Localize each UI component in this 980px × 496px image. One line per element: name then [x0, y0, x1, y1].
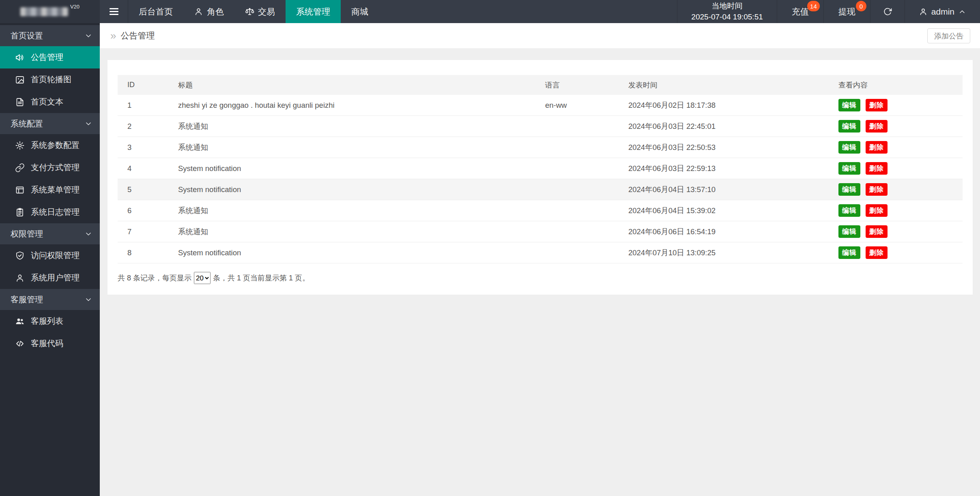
nav-item-system[interactable]: 系统管理	[286, 0, 341, 23]
row-actions: 编辑删除	[829, 137, 963, 158]
sidebar-item-cs-list[interactable]: 客服列表	[0, 310, 100, 332]
sidebar-item-announcements[interactable]: 公告管理	[0, 46, 100, 68]
page-size-select[interactable]: 20	[194, 272, 211, 284]
table-row: 7系统通知2024年06月06日 16:54:19编辑删除	[118, 221, 963, 242]
sidebar-group-customer-service[interactable]: 客服管理	[0, 289, 100, 310]
row-time: 2024年06月03日 22:59:13	[619, 158, 829, 179]
row-id: 7	[118, 221, 168, 242]
sidebar-item-system-params[interactable]: 系统参数配置	[0, 134, 100, 156]
breadcrumb-bar: » 公告管理 添加公告	[100, 23, 980, 48]
nav-item-label: 交易	[258, 6, 275, 17]
nav-item-label: 角色	[207, 6, 224, 17]
sidebar-item-payment-methods[interactable]: 支付方式管理	[0, 156, 100, 179]
table-row: 1zheshi yi ze gonggao . houtai keyi guan…	[118, 95, 963, 116]
sidebar-item-access-perms[interactable]: 访问权限管理	[0, 244, 100, 267]
withdraw-button[interactable]: 提现 0	[823, 0, 870, 23]
edit-button[interactable]: 编辑	[838, 99, 860, 111]
sidebar: 首页设置公告管理首页轮播图首页文本系统配置系统参数配置支付方式管理系统菜单管理系…	[0, 23, 100, 496]
navbar-right: 当地时间 2025-07-04 19:05:51 充值 14 提现 0 admi…	[677, 0, 980, 23]
row-time: 2024年07月10日 13:09:25	[619, 242, 829, 263]
row-title: 系统通知	[168, 116, 535, 137]
recharge-button[interactable]: 充值 14	[777, 0, 823, 23]
pagination-suffix: 条，共 1 页当前显示第 1 页。	[213, 273, 309, 283]
nav-item-mall[interactable]: 商城	[341, 0, 379, 23]
delete-button[interactable]: 删除	[866, 120, 888, 133]
file-text-icon	[15, 97, 25, 107]
delete-button[interactable]: 删除	[866, 225, 888, 238]
row-actions: 编辑删除	[829, 95, 963, 116]
row-lang	[535, 179, 619, 200]
edit-button[interactable]: 编辑	[838, 246, 860, 259]
delete-button[interactable]: 删除	[866, 99, 888, 111]
row-time: 2024年06月02日 18:17:38	[619, 95, 829, 116]
sidebar-item-label: 首页文本	[31, 96, 63, 107]
sidebar-item-home-text[interactable]: 首页文本	[0, 91, 100, 113]
nav-item-roles[interactable]: 角色	[183, 0, 234, 23]
row-time: 2024年06月04日 15:39:02	[619, 200, 829, 221]
speaker-icon	[15, 53, 25, 62]
row-title: System notification	[168, 158, 535, 179]
edit-button[interactable]: 编辑	[838, 204, 860, 217]
delete-button[interactable]: 删除	[866, 246, 888, 259]
nav-item-label: 系统管理	[296, 6, 330, 17]
row-id: 6	[118, 200, 168, 221]
sidebar-group-home-settings[interactable]: 首页设置	[0, 25, 100, 46]
delete-button[interactable]: 删除	[866, 141, 888, 154]
table-row: 5System notification2024年06月04日 13:57:10…	[118, 179, 963, 200]
edit-button[interactable]: 编辑	[838, 120, 860, 133]
row-actions: 编辑删除	[829, 158, 963, 179]
nav-item-trade[interactable]: 交易	[234, 0, 286, 23]
sidebar-item-label: 系统用户管理	[31, 272, 80, 283]
row-time: 2024年06月03日 22:45:01	[619, 116, 829, 137]
nav-item-home[interactable]: 后台首页	[128, 0, 183, 23]
image-icon	[15, 75, 25, 85]
delete-button[interactable]: 删除	[866, 183, 888, 196]
user-menu[interactable]: admin	[905, 0, 980, 23]
double-chevron-icon: »	[110, 30, 116, 41]
column-header-4: 查看内容	[829, 75, 963, 95]
sidebar-toggle-button[interactable]	[100, 0, 128, 23]
table-header-row: ID标题语言发表时间查看内容	[118, 75, 963, 95]
edit-button[interactable]: 编辑	[838, 162, 860, 175]
sidebar-item-cs-code[interactable]: 客服代码	[0, 332, 100, 355]
edit-button[interactable]: 编辑	[838, 141, 860, 154]
sidebar-item-system-menus[interactable]: 系统菜单管理	[0, 179, 100, 201]
main-nav: 后台首页角色交易系统管理商城	[128, 0, 379, 23]
row-time: 2024年06月03日 22:50:53	[619, 137, 829, 158]
sidebar-item-system-users[interactable]: 系统用户管理	[0, 267, 100, 289]
sidebar-item-label: 支付方式管理	[31, 162, 80, 173]
row-id: 5	[118, 179, 168, 200]
sidebar-group-system-config[interactable]: 系统配置	[0, 113, 100, 134]
row-title: System notification	[168, 179, 535, 200]
main-content: » 公告管理 添加公告 ID标题语言发表时间查看内容 1zheshi yi ze…	[100, 23, 980, 295]
refresh-button[interactable]	[870, 0, 905, 23]
sidebar-item-label: 系统参数配置	[31, 140, 80, 151]
user-icon	[194, 7, 203, 16]
table-row: 6系统通知2024年06月04日 15:39:02编辑删除	[118, 200, 963, 221]
local-time-label: 当地时间	[712, 1, 743, 12]
sidebar-group-permissions[interactable]: 权限管理	[0, 223, 100, 244]
chevron-down-icon	[84, 120, 92, 128]
sidebar-item-system-logs[interactable]: 系统日志管理	[0, 201, 100, 223]
table-row: 8System notification2024年07月10日 13:09:25…	[118, 242, 963, 263]
sidebar-group-label: 系统配置	[11, 118, 43, 129]
chevron-down-icon	[84, 230, 92, 238]
user-icon	[919, 7, 928, 16]
delete-button[interactable]: 删除	[866, 162, 888, 175]
row-id: 4	[118, 158, 168, 179]
edit-button[interactable]: 编辑	[838, 225, 860, 238]
add-announcement-button[interactable]: 添加公告	[927, 28, 970, 43]
row-lang	[535, 221, 619, 242]
sidebar-group-label: 权限管理	[11, 229, 43, 239]
sidebar-item-home-carousel[interactable]: 首页轮播图	[0, 68, 100, 91]
withdraw-badge: 0	[856, 1, 866, 11]
local-time-value: 2025-07-04 19:05:51	[691, 12, 763, 23]
delete-button[interactable]: 删除	[866, 204, 888, 217]
row-title: 系统通知	[168, 137, 535, 158]
announcements-card: ID标题语言发表时间查看内容 1zheshi yi ze gonggao . h…	[107, 60, 973, 295]
sidebar-item-label: 系统日志管理	[31, 207, 80, 218]
row-lang	[535, 200, 619, 221]
edit-button[interactable]: 编辑	[838, 183, 860, 196]
top-navbar: V20 后台首页角色交易系统管理商城 当地时间 2025-07-04 19:05…	[0, 0, 980, 23]
row-lang: en-ww	[535, 95, 619, 116]
